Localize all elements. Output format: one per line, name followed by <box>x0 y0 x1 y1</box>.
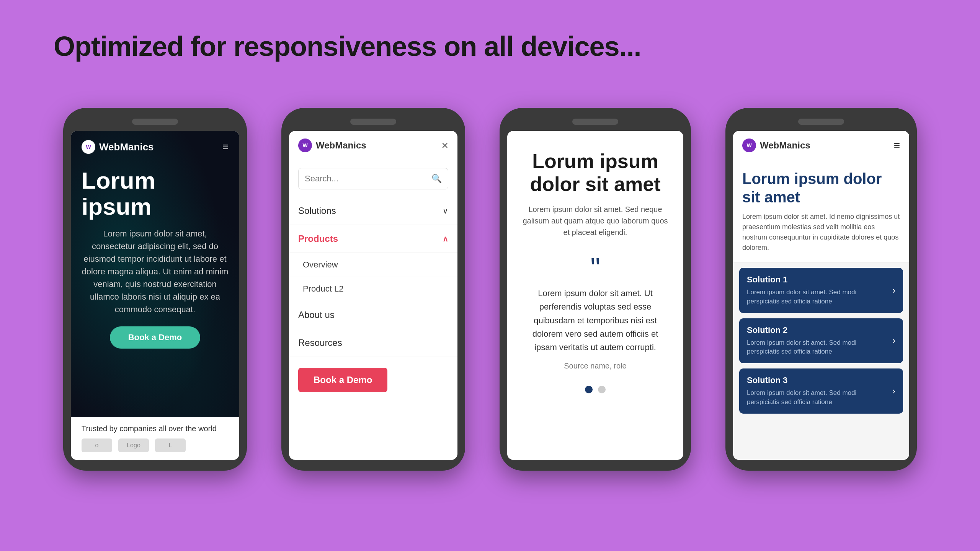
phone-1-cta-button[interactable]: Book a Demo <box>110 326 201 349</box>
arrow-right-icon-3: › <box>884 386 895 396</box>
solution-2-body: Lorem ipsum dolor sit amet. Sed modi per… <box>747 338 884 357</box>
solution-3-title: Solution 3 <box>747 375 884 385</box>
search-input[interactable] <box>305 174 431 184</box>
search-bar[interactable]: 🔍 <box>298 168 448 189</box>
phone-2-notch <box>350 119 396 125</box>
phone-1-logo-text: WebManics <box>99 141 154 153</box>
hamburger-icon[interactable]: ≡ <box>222 141 229 153</box>
phone-3: Lorum ipsum dolor sit amet Lorem ipsum d… <box>500 108 691 471</box>
solution-3-text: Solution 3 Lorem ipsum dolor sit amet. S… <box>747 375 884 407</box>
arrow-right-icon-1: › <box>884 285 895 296</box>
phone-2-cta-area: Book a Demo <box>298 368 448 392</box>
nav-resources-label: Resources <box>298 337 342 348</box>
phone-3-subtext: Lorem ipsum dolor sit amet. Sed neque ga… <box>521 204 670 238</box>
nav-solutions[interactable]: Solutions ∨ <box>289 197 457 225</box>
chevron-down-icon: ∨ <box>443 206 448 215</box>
nav-overview[interactable]: Overview <box>289 253 457 277</box>
nav-about[interactable]: About us <box>289 301 457 329</box>
phone-3-content: Lorum ipsum dolor sit amet Lorem ipsum d… <box>507 131 683 460</box>
phone-1-content: W WebManics ≡ Lorum ipsum Lorem ipsum do… <box>71 131 239 460</box>
phone-4-header: W WebManics ≡ <box>733 131 909 160</box>
phone-1: W WebManics ≡ Lorum ipsum Lorem ipsum do… <box>63 108 247 471</box>
phone-4-logo-icon: W <box>742 139 756 152</box>
phone-2-logo-text: WebManics <box>316 140 366 151</box>
logo-1: o <box>82 439 112 452</box>
nav-resources[interactable]: Resources <box>289 329 457 357</box>
phone-4-hero: Lorum ipsum dolor sit amet Lorem ipsum d… <box>733 160 909 262</box>
nav-products-label: Products <box>298 233 338 244</box>
phone-2: W WebManics × 🔍 Solutions ∨ Products ∧ <box>281 108 465 471</box>
phone-3-screen: Lorum ipsum dolor sit amet Lorem ipsum d… <box>507 131 683 460</box>
logo-2: Logo <box>118 439 149 452</box>
nav-about-label: About us <box>298 310 335 320</box>
phone-4-screen: W WebManics ≡ Lorum ipsum dolor sit amet… <box>733 131 909 460</box>
phone-2-logo-icon: W <box>298 139 312 152</box>
phone-4-hero-title: Lorum ipsum dolor sit amet <box>742 170 900 206</box>
phone-2-header: W WebManics × <box>289 131 457 160</box>
close-icon[interactable]: × <box>441 139 448 152</box>
nav-products[interactable]: Products ∧ <box>289 225 457 253</box>
nav-product-l2[interactable]: Product L2 <box>289 277 457 301</box>
solution-3-body: Lorem ipsum dolor sit amet. Sed modi per… <box>747 388 884 407</box>
quote-text: Lorem ipsum dolor sit amet. Ut perferend… <box>521 287 670 354</box>
phone-1-logo-icon: W <box>82 140 95 154</box>
phone-1-screen: W WebManics ≡ Lorum ipsum Lorem ipsum do… <box>71 131 239 460</box>
dot-1[interactable] <box>585 386 593 393</box>
solution-2-title: Solution 2 <box>747 325 884 335</box>
solution-card-1[interactable]: Solution 1 Lorem ipsum dolor sit amet. S… <box>739 268 903 313</box>
solution-1-body: Lorem ipsum dolor sit amet. Sed modi per… <box>747 288 884 306</box>
solution-2-text: Solution 2 Lorem ipsum dolor sit amet. S… <box>747 325 884 357</box>
phone-1-notch <box>132 119 178 125</box>
phone-1-logo: W WebManics <box>82 140 154 154</box>
phones-container: W WebManics ≡ Lorum ipsum Lorem ipsum do… <box>0 108 980 471</box>
phone-4: W WebManics ≡ Lorum ipsum dolor sit amet… <box>725 108 917 471</box>
page-title: Optimized for responsiveness on all devi… <box>0 0 980 62</box>
quote-source: Source name, role <box>521 362 670 370</box>
arrow-right-icon-2: › <box>884 335 895 346</box>
phone-1-logos: o Logo L <box>82 439 229 452</box>
dot-2[interactable] <box>598 386 606 393</box>
solution-card-2[interactable]: Solution 2 Lorem ipsum dolor sit amet. S… <box>739 318 903 364</box>
phone-4-logo-text: WebManics <box>760 140 810 151</box>
phone-4-content: W WebManics ≡ Lorum ipsum dolor sit amet… <box>733 131 909 460</box>
solution-1-title: Solution 1 <box>747 275 884 285</box>
phone-1-trusted-label: Trusted by companies all over the world <box>82 424 229 433</box>
phone-2-logo: W WebManics <box>298 139 366 152</box>
chevron-up-icon: ∧ <box>443 234 448 243</box>
nav-solutions-label: Solutions <box>298 205 336 216</box>
nav-overview-label: Overview <box>303 260 338 269</box>
logo-3: L <box>155 439 186 452</box>
phone-4-hero-body: Lorem ipsum dolor sit amet. Id nemo dign… <box>742 212 900 253</box>
phone-1-header: W WebManics ≡ <box>71 131 239 160</box>
nav-product-l2-label: Product L2 <box>303 284 343 293</box>
phone-3-heading: Lorum ipsum dolor sit amet <box>521 150 670 196</box>
phone-1-trusted: Trusted by companies all over the world … <box>71 417 239 460</box>
phone-1-hero-body: Lorem ipsum dolor sit amet, consectetur … <box>82 227 229 316</box>
phone-4-logo: W WebManics <box>742 139 810 152</box>
quote-mark-icon: " <box>521 257 670 279</box>
phone-4-notch <box>798 119 844 125</box>
phone-3-notch <box>572 119 618 125</box>
quote-section: " Lorem ipsum dolor sit amet. Ut perfere… <box>521 257 670 371</box>
phone-1-hero-title: Lorum ipsum <box>82 168 229 220</box>
phone-2-cta-button[interactable]: Book a Demo <box>298 368 387 392</box>
phone-2-content: W WebManics × 🔍 Solutions ∨ Products ∧ <box>289 131 457 460</box>
phone-1-hero: Lorum ipsum Lorem ipsum dolor sit amet, … <box>71 160 239 356</box>
carousel-dots <box>521 386 670 393</box>
phone-2-screen: W WebManics × 🔍 Solutions ∨ Products ∧ <box>289 131 457 460</box>
phone-4-hamburger-icon[interactable]: ≡ <box>894 139 900 152</box>
solution-card-3[interactable]: Solution 3 Lorem ipsum dolor sit amet. S… <box>739 368 903 414</box>
search-icon: 🔍 <box>431 174 442 184</box>
solution-1-text: Solution 1 Lorem ipsum dolor sit amet. S… <box>747 275 884 306</box>
